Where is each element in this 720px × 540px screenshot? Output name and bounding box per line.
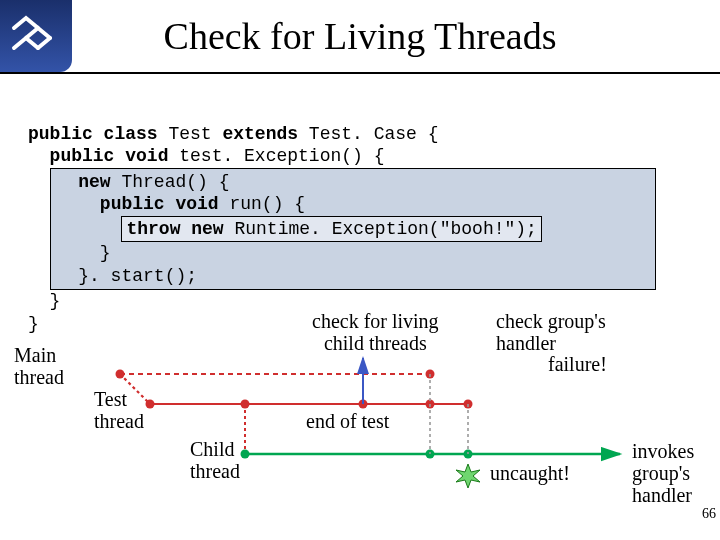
label-uncaught: uncaught! xyxy=(490,462,570,484)
institution-logo xyxy=(0,0,72,72)
svg-point-6 xyxy=(241,400,250,409)
code-highlight-outer: new Thread() { public void run() { throw… xyxy=(50,168,656,291)
label-invokes: invokes group's handler xyxy=(632,440,694,506)
kw: public class xyxy=(28,124,158,144)
svg-point-9 xyxy=(464,400,473,409)
label-check-living: check for living child threads xyxy=(312,310,439,354)
label-failure: failure! xyxy=(548,353,607,375)
code-highlight-inner: throw new Runtime. Exception("booh!"); xyxy=(121,216,541,243)
svg-point-7 xyxy=(359,400,368,409)
svg-point-13 xyxy=(426,450,435,459)
svg-point-2 xyxy=(426,370,435,379)
svg-point-12 xyxy=(241,450,250,459)
label-child-thread: Child thread xyxy=(190,438,240,482)
label-end-of-test: end of test xyxy=(306,410,389,432)
svg-point-5 xyxy=(146,400,155,409)
svg-point-8 xyxy=(426,400,435,409)
code-block: public class Test extends Test. Case { p… xyxy=(28,100,692,335)
slide-title: Check for Living Threads xyxy=(72,14,720,58)
label-main-thread: Main thread xyxy=(14,344,64,388)
svg-point-1 xyxy=(116,370,125,379)
label-test-thread: Test thread xyxy=(94,388,144,432)
svg-point-14 xyxy=(464,450,473,459)
page-number: 66 xyxy=(702,506,716,522)
svg-marker-18 xyxy=(456,464,480,488)
label-check-group: check group's handler xyxy=(496,310,606,354)
